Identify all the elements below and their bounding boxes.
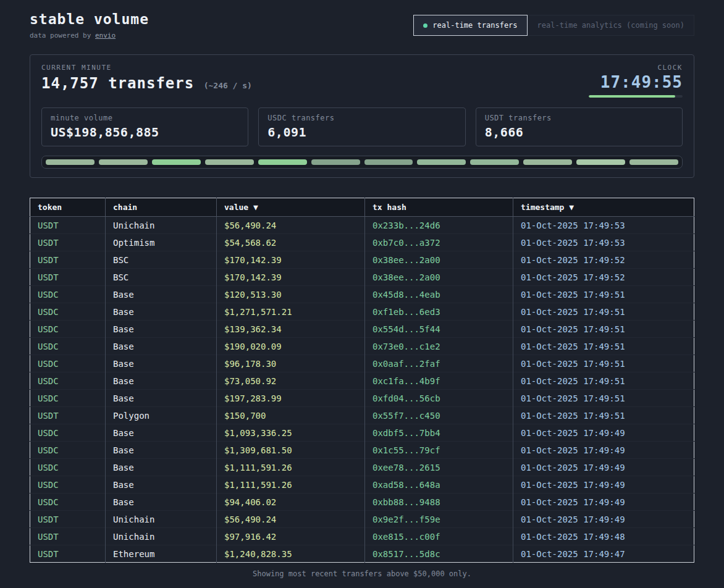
cell-tx-hash[interactable]: 0x9e2f...f59e bbox=[365, 511, 513, 528]
cell-value: $190,020.09 bbox=[217, 338, 365, 355]
table-row: USDCBase$1,093,336.250xdbf5...7bb401-Oct… bbox=[30, 424, 694, 442]
volume-segment bbox=[576, 159, 625, 165]
volume-segment bbox=[629, 159, 678, 165]
stats-left: CURRENT MINUTE 14,757 transfers (~246 / … bbox=[41, 64, 252, 92]
header: stable volume data powered by envio real… bbox=[30, 11, 694, 40]
cell-token: USDT bbox=[30, 251, 106, 269]
current-minute-label: CURRENT MINUTE bbox=[41, 64, 252, 72]
table-row: USDCBase$1,111,591.260xee78...261501-Oct… bbox=[30, 459, 694, 476]
envio-link[interactable]: envio bbox=[95, 32, 116, 40]
tab-real-time-transfers[interactable]: real-time transfers bbox=[413, 15, 527, 36]
cell-chain: Polygon bbox=[106, 407, 217, 424]
volume-segment bbox=[258, 159, 307, 165]
cell-tx-hash[interactable]: 0xfd04...56cb bbox=[365, 390, 513, 407]
cell-timestamp: 01-Oct-2025 17:49:49 bbox=[513, 511, 694, 528]
cell-timestamp: 01-Oct-2025 17:49:51 bbox=[513, 372, 694, 390]
cell-tx-hash[interactable]: 0x8517...5d8c bbox=[365, 545, 513, 563]
cell-token: USDC bbox=[30, 321, 106, 338]
column-header-value-sort[interactable]: value ▼ bbox=[217, 198, 365, 217]
volume-segment bbox=[470, 159, 519, 165]
cell-timestamp: 01-Oct-2025 17:49:53 bbox=[513, 217, 694, 234]
cell-token: USDC bbox=[30, 303, 106, 321]
cell-tx-hash[interactable]: 0xee78...2615 bbox=[365, 459, 513, 476]
cell-value: $139,362.34 bbox=[217, 321, 365, 338]
cell-value: $120,513.30 bbox=[217, 286, 365, 303]
cell-token: USDT bbox=[30, 511, 106, 528]
volume-segment bbox=[417, 159, 466, 165]
table-row: USDTOptimism$54,568.620xb7c0...a37201-Oc… bbox=[30, 234, 694, 251]
transfer-count-line: 14,757 transfers (~246 / s) bbox=[41, 75, 252, 92]
cell-value: $1,111,591.26 bbox=[217, 459, 365, 476]
cell-value: $97,916.42 bbox=[217, 528, 365, 545]
cell-value: $54,568.62 bbox=[217, 234, 365, 251]
cell-chain: Base bbox=[106, 355, 217, 372]
cell-tx-hash[interactable]: 0xe815...c00f bbox=[365, 528, 513, 545]
table-row: USDCBase$96,178.300x0aaf...2faf01-Oct-20… bbox=[30, 355, 694, 372]
transfer-count: 14,757 bbox=[41, 75, 99, 92]
volume-segments bbox=[41, 156, 683, 169]
cell-timestamp: 01-Oct-2025 17:49:49 bbox=[513, 442, 694, 459]
cell-timestamp: 01-Oct-2025 17:49:51 bbox=[513, 390, 694, 407]
cell-tx-hash[interactable]: 0x0aaf...2faf bbox=[365, 355, 513, 372]
cell-tx-hash[interactable]: 0x1c55...79cf bbox=[365, 442, 513, 459]
current-minute-panel: CURRENT MINUTE 14,757 transfers (~246 / … bbox=[30, 54, 694, 178]
cell-tx-hash[interactable]: 0xf1eb...6ed3 bbox=[365, 303, 513, 321]
volume-segment bbox=[311, 159, 360, 165]
tab-label: real-time transfers bbox=[432, 21, 517, 30]
cell-chain: Unichain bbox=[106, 528, 217, 545]
card-value: 8,666 bbox=[485, 125, 673, 140]
cell-token: USDT bbox=[30, 269, 106, 286]
cell-chain: Optimism bbox=[106, 234, 217, 251]
cell-chain: Unichain bbox=[106, 217, 217, 234]
cell-token: USDC bbox=[30, 390, 106, 407]
cell-token: USDC bbox=[30, 286, 106, 303]
table-row: USDTUnichain$56,490.240x233b...24d601-Oc… bbox=[30, 217, 694, 234]
cell-tx-hash[interactable]: 0x554d...5f44 bbox=[365, 321, 513, 338]
cell-timestamp: 01-Oct-2025 17:49:51 bbox=[513, 355, 694, 372]
cell-chain: Ethereum bbox=[106, 545, 217, 563]
cell-tx-hash[interactable]: 0x38ee...2a00 bbox=[365, 269, 513, 286]
cell-tx-hash[interactable]: 0x73e0...c1e2 bbox=[365, 338, 513, 355]
card-label: minute volume bbox=[51, 114, 239, 122]
cell-timestamp: 01-Oct-2025 17:49:51 bbox=[513, 286, 694, 303]
cell-value: $197,283.99 bbox=[217, 390, 365, 407]
minute-progress-fill bbox=[589, 95, 675, 98]
cell-value: $56,490.24 bbox=[217, 217, 365, 234]
table-row: USDCBase$1,111,591.260xad58...648a01-Oct… bbox=[30, 476, 694, 494]
volume-segment bbox=[46, 159, 95, 165]
cell-tx-hash[interactable]: 0xbb88...9488 bbox=[365, 494, 513, 511]
cell-tx-hash[interactable]: 0xc1fa...4b9f bbox=[365, 372, 513, 390]
cell-token: USDT bbox=[30, 407, 106, 424]
cell-tx-hash[interactable]: 0x38ee...2a00 bbox=[365, 251, 513, 269]
cell-chain: Base bbox=[106, 286, 217, 303]
cell-tx-hash[interactable]: 0x233b...24d6 bbox=[365, 217, 513, 234]
cell-timestamp: 01-Oct-2025 17:49:52 bbox=[513, 251, 694, 269]
cell-chain: Unichain bbox=[106, 511, 217, 528]
cell-chain: Base bbox=[106, 494, 217, 511]
clock-label: CLOCK bbox=[589, 64, 683, 72]
volume-segment bbox=[99, 159, 148, 165]
cell-chain: Base bbox=[106, 303, 217, 321]
table-row: USDCBase$139,362.340x554d...5f4401-Oct-2… bbox=[30, 321, 694, 338]
cell-tx-hash[interactable]: 0x55f7...c450 bbox=[365, 407, 513, 424]
table-row: USDCBase$190,020.090x73e0...c1e201-Oct-2… bbox=[30, 338, 694, 355]
cell-timestamp: 01-Oct-2025 17:49:51 bbox=[513, 407, 694, 424]
column-header-timestamp-sort[interactable]: timestamp ▼ bbox=[513, 198, 694, 217]
cell-timestamp: 01-Oct-2025 17:49:53 bbox=[513, 234, 694, 251]
cell-tx-hash[interactable]: 0xad58...648a bbox=[365, 476, 513, 494]
tab-group: real-time transfers real-time analytics … bbox=[413, 15, 694, 36]
cell-value: $94,406.02 bbox=[217, 494, 365, 511]
tab-real-time-analytics[interactable]: real-time analytics (coming soon) bbox=[528, 15, 694, 36]
cell-token: USDC bbox=[30, 355, 106, 372]
transfer-rate: (~246 / s) bbox=[204, 81, 252, 90]
cell-timestamp: 01-Oct-2025 17:49:51 bbox=[513, 338, 694, 355]
app-title: stable volume bbox=[30, 11, 149, 27]
table-row: USDCBase$197,283.990xfd04...56cb01-Oct-2… bbox=[30, 390, 694, 407]
powered-by-text: data powered by bbox=[30, 32, 91, 40]
cell-token: USDT bbox=[30, 217, 106, 234]
cell-tx-hash[interactable]: 0xb7c0...a372 bbox=[365, 234, 513, 251]
minute-progress-bar bbox=[589, 95, 683, 98]
cell-token: USDC bbox=[30, 424, 106, 442]
cell-tx-hash[interactable]: 0xdbf5...7bb4 bbox=[365, 424, 513, 442]
cell-tx-hash[interactable]: 0x45d8...4eab bbox=[365, 286, 513, 303]
